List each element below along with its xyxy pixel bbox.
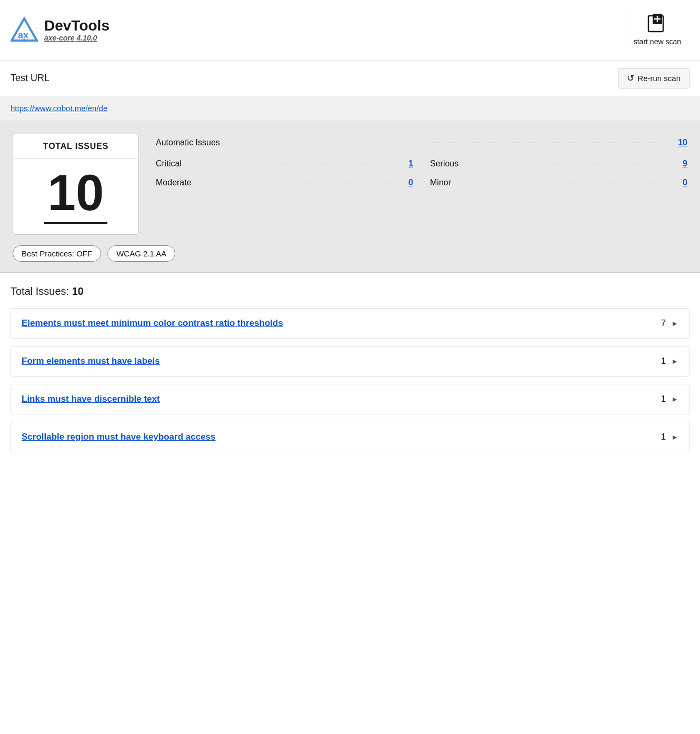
chevron-right-icon-0: ►: [671, 319, 678, 328]
issue-title-0[interactable]: Elements must meet minimum color contras…: [22, 318, 283, 329]
issue-count-1: 1: [661, 356, 666, 366]
automatic-issues-count: 10: [675, 138, 687, 147]
test-url-bar: Test URL ↺ Re-run scan: [0, 61, 700, 96]
issue-right-1: 1 ►: [661, 356, 678, 366]
issue-row-3: Scrollable region must have keyboard acc…: [11, 422, 689, 452]
start-new-scan-label: start new scan: [634, 37, 681, 46]
issue-right-3: 1 ►: [661, 432, 678, 442]
automatic-issues-dots: [415, 143, 673, 143]
critical-serious-row: Critical 1 Serious 9: [156, 159, 687, 168]
minor-dots: [553, 183, 673, 183]
issue-list: Elements must meet minimum color contras…: [11, 308, 689, 452]
start-new-scan-button[interactable]: start new scan: [625, 8, 689, 52]
minor-label: Minor: [430, 178, 551, 187]
critical-dots: [278, 164, 399, 164]
url-display: https://www.cobot.me/en/de: [0, 96, 700, 121]
app-title: DevTools: [44, 18, 109, 34]
issue-item-3[interactable]: Scrollable region must have keyboard acc…: [11, 422, 689, 452]
issue-count-0: 7: [661, 318, 666, 329]
issues-heading-count: 10: [72, 285, 84, 297]
issues-section: Total Issues: 10 Elements must meet mini…: [0, 273, 700, 452]
moderate-count: 0: [401, 178, 413, 187]
summary-content: TOTAL ISSUES 10 Automatic Issues 10 Crit…: [13, 134, 687, 235]
moderate-minor-row: Moderate 0 Minor 0: [156, 178, 687, 187]
best-practices-pill[interactable]: Best Practices: OFF: [13, 245, 101, 262]
issue-row-1: Form elements must have labels 1 ►: [11, 346, 689, 376]
issue-row-2: Links must have discernible text 1 ►: [11, 384, 689, 414]
svg-point-2: [23, 39, 26, 42]
test-url-link[interactable]: https://www.cobot.me/en/de: [11, 104, 107, 113]
total-issues-underline: [44, 222, 107, 224]
axe-core-version: axe-core 4.10.0: [44, 34, 109, 42]
serious-label: Serious: [430, 159, 551, 168]
issue-right-2: 1 ►: [661, 394, 678, 404]
moderate-label: Moderate: [156, 178, 276, 187]
test-url-label: Test URL: [11, 73, 49, 84]
serious-count: 9: [675, 159, 687, 168]
total-issues-box: TOTAL ISSUES 10: [13, 134, 139, 235]
automatic-issues-item: Automatic Issues 10: [156, 138, 687, 147]
issue-row-0: Elements must meet minimum color contras…: [11, 309, 689, 338]
critical-item: Critical 1: [156, 159, 413, 168]
best-practices-pill-label: Best Practices: OFF: [22, 249, 92, 258]
issue-item-1[interactable]: Form elements must have labels 1 ►: [11, 346, 689, 376]
logo-area: ax DevTools axe-core 4.10.0: [11, 16, 109, 44]
wcag-pill-label: WCAG 2.1 AA: [116, 249, 166, 258]
moderate-dots: [278, 183, 399, 183]
issues-breakdown: Automatic Issues 10 Critical 1 Serious 9: [156, 134, 687, 197]
summary-panel: TOTAL ISSUES 10 Automatic Issues 10 Crit…: [0, 121, 700, 273]
issue-title-1[interactable]: Form elements must have labels: [22, 356, 160, 366]
chevron-right-icon-1: ►: [671, 357, 678, 365]
rerun-scan-button[interactable]: ↺ Re-run scan: [618, 68, 689, 88]
svg-text:ax: ax: [18, 30, 28, 41]
moderate-item: Moderate 0: [156, 178, 413, 187]
total-issues-number: 10: [13, 159, 138, 222]
filter-pills: Best Practices: OFF WCAG 2.1 AA: [13, 245, 687, 262]
rerun-icon: ↺: [627, 73, 634, 84]
app-header: ax DevTools axe-core 4.10.0 start new sc…: [0, 0, 700, 61]
logo-text: DevTools axe-core 4.10.0: [44, 18, 109, 43]
serious-item: Serious 9: [430, 159, 687, 168]
issue-title-2[interactable]: Links must have discernible text: [22, 394, 160, 404]
total-issues-header: TOTAL ISSUES: [13, 134, 138, 159]
critical-count: 1: [401, 159, 413, 168]
issue-item-2[interactable]: Links must have discernible text 1 ►: [11, 384, 689, 414]
minor-item: Minor 0: [430, 178, 687, 187]
issues-heading: Total Issues: 10: [11, 285, 689, 297]
rerun-scan-label: Re-run scan: [637, 74, 681, 83]
serious-dots: [553, 164, 673, 164]
issue-title-3[interactable]: Scrollable region must have keyboard acc…: [22, 432, 216, 442]
ax-logo-icon: ax: [11, 16, 38, 44]
issue-count-3: 1: [661, 432, 666, 442]
chevron-right-icon-2: ►: [671, 395, 678, 403]
start-scan-icon: [647, 14, 667, 34]
wcag-pill[interactable]: WCAG 2.1 AA: [107, 245, 175, 262]
issue-count-2: 1: [661, 394, 666, 404]
minor-count: 0: [675, 178, 687, 187]
critical-label: Critical: [156, 159, 276, 168]
automatic-issues-row: Automatic Issues 10: [156, 138, 687, 147]
issues-heading-prefix: Total Issues:: [11, 285, 72, 297]
issue-item-0[interactable]: Elements must meet minimum color contras…: [11, 308, 689, 339]
chevron-right-icon-3: ►: [671, 433, 678, 441]
issue-right-0: 7 ►: [661, 318, 678, 329]
automatic-issues-label: Automatic Issues: [156, 138, 413, 147]
